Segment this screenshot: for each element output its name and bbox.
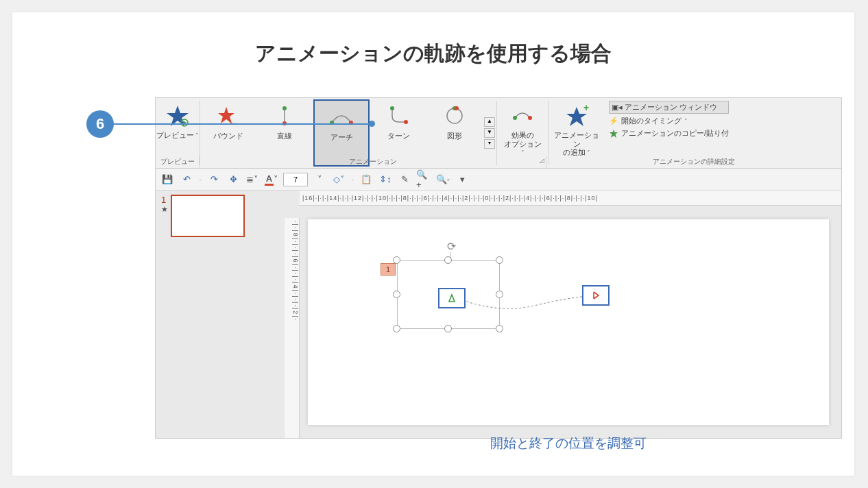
undo-icon[interactable]: ↶ [179, 172, 194, 187]
trigger-timing-button[interactable]: ⚡ 開始のタイミング ˅ [609, 116, 729, 126]
zoom-out-icon[interactable]: 🔍- [435, 172, 450, 187]
rotate-handle-icon[interactable]: ⟳ [445, 240, 457, 252]
dialog-launcher-icon[interactable]: ◿ [540, 154, 544, 167]
thumbnail-number: 1 [161, 195, 168, 205]
gallery-item-label: 図形 [447, 131, 462, 141]
animation-painter-button[interactable]: アニメーションのコピー/貼り付 [609, 128, 729, 138]
animation-painter-icon [609, 129, 618, 138]
resize-handle[interactable] [444, 325, 452, 332]
effect-options-icon [501, 101, 544, 131]
resize-handle[interactable] [393, 256, 400, 264]
svg-marker-18 [610, 130, 618, 138]
ribbon: プレビュー バウンド 直線 [156, 98, 841, 169]
separator: · [350, 172, 354, 187]
resize-handle[interactable] [444, 256, 452, 264]
gallery-item-label: アーチ [330, 132, 353, 143]
svg-text:+: + [583, 104, 589, 113]
resize-handle[interactable] [393, 291, 400, 298]
svg-marker-19 [449, 295, 455, 302]
animation-pane-icon: ▣◂ [612, 103, 622, 112]
step-badge: 6 [86, 110, 114, 138]
svg-point-10 [404, 120, 408, 124]
motion-path-end-marker[interactable] [582, 285, 610, 306]
canvas-area: |16|·|·|·|14|·|·|·|12|·|·|·|10|·|·|·|8|·… [279, 191, 841, 438]
page-title: アニメーションの軌跡を使用する場合 [12, 12, 854, 68]
font-size-dropdown-icon[interactable]: ˅ [312, 172, 327, 187]
motion-path-line[interactable] [459, 293, 589, 314]
font-color-icon[interactable]: A˅ [264, 172, 279, 187]
slide-canvas[interactable]: 1 ⟳ [308, 219, 829, 425]
bullets-icon[interactable]: ≣˅ [245, 172, 260, 187]
work-area: 1 ★ |16|·|·|·|14|·|·|·|12|·|·|·|10|·|·|·… [156, 191, 841, 438]
step-connector-line [108, 123, 372, 125]
thumbnail-panel: 1 ★ [156, 191, 279, 438]
svg-point-9 [390, 106, 394, 110]
gallery-item-label: ターン [387, 131, 410, 141]
step-connector-dot [369, 121, 375, 127]
powerpoint-window: プレビュー バウンド 直線 [155, 97, 842, 439]
lightning-icon: ⚡ [609, 117, 618, 126]
align-icon[interactable]: ⇕↕ [378, 172, 393, 187]
resize-handle[interactable] [496, 256, 503, 264]
save-icon[interactable]: 💾 [160, 172, 175, 187]
animation-group-label: アニメーション ◿ [200, 156, 546, 168]
advanced-group-label: アニメーションの詳細設定 [546, 156, 841, 168]
gallery-item-label: 直線 [277, 131, 292, 141]
thumbnail-image[interactable] [171, 195, 245, 237]
trigger-timing-label: 開始のタイミング [621, 116, 682, 126]
svg-point-11 [447, 108, 462, 123]
animation-pane-button[interactable]: ▣◂ アニメーション ウィンドウ [609, 101, 729, 114]
vertical-ruler: ·|·|8|·|·|·|6|·|·|·|4|·|·|·|2|· [285, 218, 300, 438]
edit-icon[interactable]: ✎ [397, 172, 412, 187]
motion-path-start-marker[interactable] [438, 288, 466, 308]
svg-point-14 [513, 116, 517, 120]
effect-options-label: 効果の オプション [501, 131, 544, 157]
qat-more-icon[interactable]: ▾ [455, 172, 470, 187]
arc-path-icon [328, 105, 355, 130]
resize-handle[interactable] [393, 325, 400, 332]
animation-painter-label: アニメーションのコピー/貼り付 [621, 128, 729, 138]
font-size-input[interactable]: 7 [283, 173, 308, 186]
horizontal-ruler: |16|·|·|·|14|·|·|·|12|·|·|·|10|·|·|·|8|·… [300, 191, 841, 206]
svg-point-13 [455, 106, 459, 110]
preview-group-label: プレビュー [156, 156, 200, 168]
paste-icon[interactable]: 📋 [359, 172, 374, 187]
shape-path-icon [444, 103, 465, 128]
svg-marker-3 [218, 107, 234, 123]
animation-order-tag[interactable]: 1 [381, 263, 396, 276]
quick-access-toolbar: 💾 ↶ · ↷ ✥ ≣˅ A˅ 7 ˅ ◇˅ · 📋 ⇕↕ ✎ 🔍+ 🔍- ▾ [156, 169, 841, 191]
preview-icon[interactable] [156, 101, 199, 131]
thumbnail-anim-indicator-icon: ★ [161, 205, 168, 214]
gallery-item-label: バウンド [213, 131, 243, 141]
separator: · [198, 172, 202, 187]
redo-icon[interactable]: ↷ [206, 172, 221, 187]
chevron-down-icon: ˅ [684, 118, 688, 125]
preview-label[interactable]: プレビュー [156, 131, 200, 140]
shapes-icon[interactable]: ◇˅ [331, 172, 346, 187]
add-animation-icon: + [555, 101, 598, 131]
svg-point-5 [282, 106, 287, 110]
turn-path-icon [387, 103, 410, 128]
add-animation-label: アニメーション の追加 [553, 131, 601, 157]
zoom-in-icon[interactable]: 🔍+ [416, 172, 431, 187]
touch-mouse-icon[interactable]: ✥ [226, 172, 241, 187]
caption-text: 開始と終了の位置を調整可 [308, 435, 829, 452]
thumbnail-row[interactable]: 1 ★ [161, 195, 274, 237]
animation-pane-label: アニメーション ウィンドウ [625, 102, 717, 112]
resize-handle[interactable] [496, 325, 503, 332]
svg-point-15 [528, 116, 532, 120]
